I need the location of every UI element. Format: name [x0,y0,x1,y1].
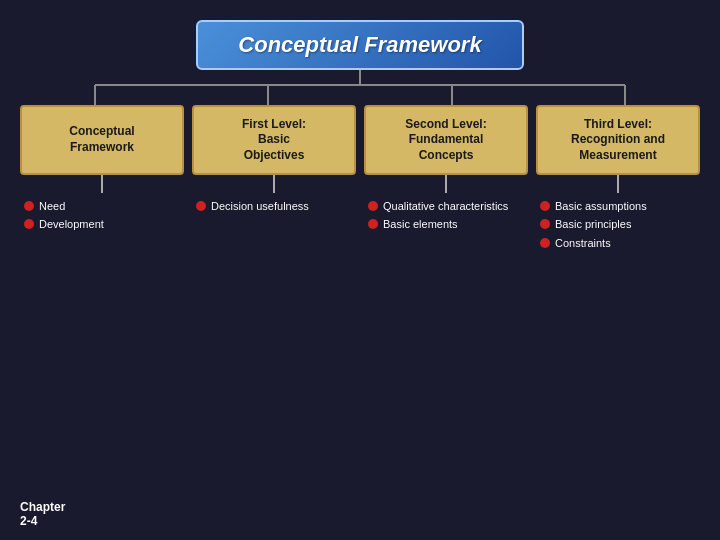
col3-bullet-2: Basic elements [383,217,458,232]
chapter-text: Chapter [20,500,65,514]
connector-lines [20,70,700,105]
col4-bullet-1: Basic assumptions [555,199,647,214]
col1-bullet-1: Need [39,199,65,214]
list-item: Need [24,199,180,214]
col3-connector [445,175,447,193]
col2-bullet-list: Decision usefulness [192,193,356,223]
col1-connector [101,175,103,193]
col2-connector [273,175,275,193]
col4-top-box-text: Third Level:Recognition andMeasurement [571,117,665,164]
bullet-dot-icon [540,238,550,248]
bullet-dot-icon [196,201,206,211]
col2-top-box-text: First Level:BasicObjectives [242,117,306,164]
column-3: Second Level:FundamentalConcepts Qualita… [364,105,528,260]
column-2: First Level:BasicObjectives Decision use… [192,105,356,260]
bullet-dot-icon [540,219,550,229]
col2-bullet-1: Decision usefulness [211,199,309,214]
bullet-dot-icon [24,219,34,229]
bullet-dot-icon [540,201,550,211]
list-item: Basic elements [368,217,524,232]
col1-top-box-text: ConceptualFramework [69,124,134,155]
col4-connector [617,175,619,193]
column-1: ConceptualFramework Need Development [20,105,184,260]
col4-bullet-2: Basic principles [555,217,631,232]
col2-top-box: First Level:BasicObjectives [192,105,356,175]
title-box: Conceptual Framework [196,20,523,70]
col1-bullet-2: Development [39,217,104,232]
col1-bullet-list: Need Development [20,193,184,242]
main-content-row: ConceptualFramework Need Development Fir… [20,105,700,260]
list-item: Basic assumptions [540,199,696,214]
col3-top-box: Second Level:FundamentalConcepts [364,105,528,175]
slide: Conceptual Framework ConceptualFramework… [0,0,720,540]
col3-bullet-1: Qualitative characteristics [383,199,508,214]
list-item: Decision usefulness [196,199,352,214]
bullet-dot-icon [368,219,378,229]
list-item: Constraints [540,236,696,251]
col4-bullet-3: Constraints [555,236,611,251]
col1-top-box: ConceptualFramework [20,105,184,175]
bullet-dot-icon [368,201,378,211]
col4-bullet-list: Basic assumptions Basic principles Const… [536,193,700,260]
col3-bullet-list: Qualitative characteristics Basic elemen… [364,193,528,242]
title-text: Conceptual Framework [238,32,481,57]
column-4: Third Level:Recognition andMeasurement B… [536,105,700,260]
col4-top-box: Third Level:Recognition andMeasurement [536,105,700,175]
bullet-dot-icon [24,201,34,211]
chapter-number: 2-4 [20,514,37,528]
list-item: Basic principles [540,217,696,232]
chapter-label: Chapter 2-4 [20,500,65,528]
list-item: Qualitative characteristics [368,199,524,214]
col3-top-box-text: Second Level:FundamentalConcepts [405,117,486,164]
list-item: Development [24,217,180,232]
